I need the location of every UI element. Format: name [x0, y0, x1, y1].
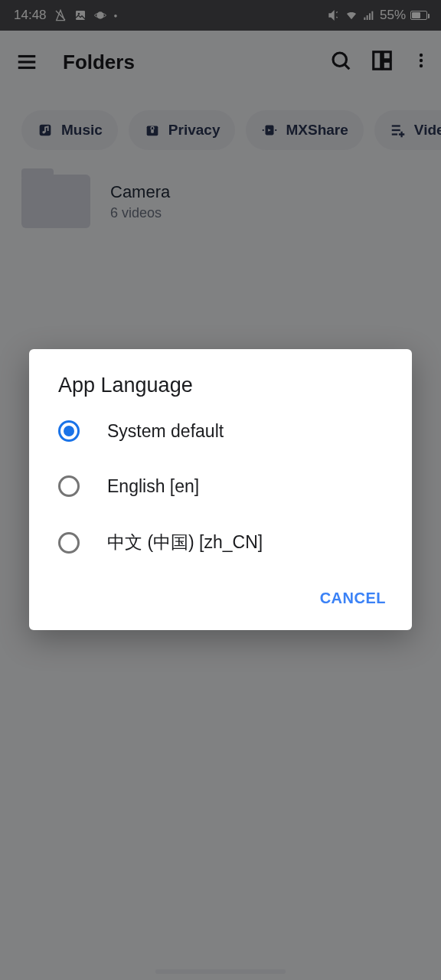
option-label: System default	[107, 421, 224, 442]
nav-handle[interactable]	[155, 969, 286, 974]
radio-button[interactable]	[58, 532, 80, 554]
language-option[interactable]: 中文 (中国) [zh_CN]	[29, 514, 412, 571]
option-label: 中文 (中国) [zh_CN]	[107, 531, 263, 554]
language-dialog: App Language System defaultEnglish [en]中…	[29, 349, 412, 630]
option-label: English [en]	[107, 476, 199, 497]
dialog-title: App Language	[29, 374, 412, 403]
radio-button[interactable]	[58, 475, 80, 497]
language-option[interactable]: English [en]	[29, 459, 412, 514]
cancel-button[interactable]: CANCEL	[320, 590, 386, 607]
language-option[interactable]: System default	[29, 403, 412, 459]
radio-button[interactable]	[58, 420, 80, 442]
